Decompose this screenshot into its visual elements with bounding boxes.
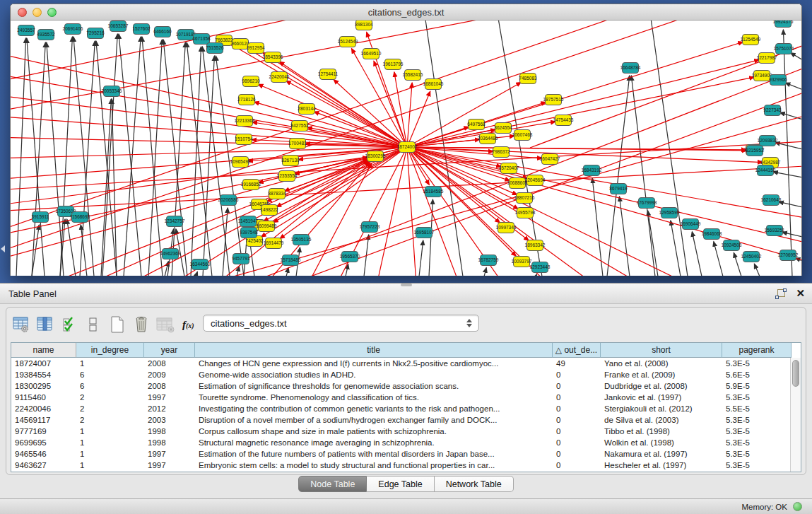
graph-edge[interactable]: [536, 274, 536, 276]
table-row[interactable]: 969969511998Structural magnetic resonanc…: [11, 437, 801, 448]
column-header-pagerank[interactable]: pagerank: [722, 343, 792, 358]
graph-edge[interactable]: [101, 99, 111, 276]
panel-collapse-arrow-icon[interactable]: [1, 245, 5, 252]
graph-edge[interactable]: [196, 271, 197, 276]
column-header-name[interactable]: name: [11, 343, 76, 358]
graph-node-label: 1510754: [235, 136, 253, 141]
graph-edge[interactable]: [780, 112, 801, 119]
table-row[interactable]: 2242004622012Investigating the contribut…: [11, 403, 801, 414]
graph-edge[interactable]: [407, 147, 801, 220]
table-cell-name: 9777169: [11, 426, 76, 437]
graph-edge[interactable]: [407, 60, 759, 147]
delete-table-button[interactable]: [154, 313, 177, 336]
citation-network-graph[interactable]: 1872400718300295766382296601249912954185…: [11, 21, 801, 276]
select-rows-button[interactable]: [58, 313, 81, 336]
table-mode-button[interactable]: [10, 313, 33, 336]
table-cell-pagerank: 5.3E-5: [722, 392, 792, 403]
select-rows-icon: [61, 316, 77, 333]
graph-edge[interactable]: [32, 42, 45, 276]
graph-edge[interactable]: [407, 147, 417, 276]
table-cell-pagerank: 5.3E-5: [722, 414, 792, 426]
graph-node-label: 16861045: [423, 81, 444, 86]
graph-edge[interactable]: [734, 252, 741, 276]
graph-edge[interactable]: [407, 77, 754, 147]
graph-edge[interactable]: [484, 268, 486, 276]
graph-node-label: 1700481: [288, 141, 307, 146]
show-columns-button[interactable]: [34, 313, 57, 336]
graph-edge[interactable]: [11, 137, 407, 147]
splitter-handle[interactable]: [401, 284, 412, 286]
desktop: { "window": { "title": "citations_edges.…: [0, 0, 812, 514]
graph-edge[interactable]: [67, 219, 76, 276]
network-canvas[interactable]: 1872400718300295766382296601249912954185…: [11, 21, 801, 276]
graph-node-label: 16648784: [620, 65, 641, 70]
graph-edge[interactable]: [419, 240, 423, 276]
graph-node-label: 16099489: [257, 223, 277, 228]
table-selector-dropdown[interactable]: citations_edges.txt: [203, 315, 479, 332]
graph-node-label: 10965493: [230, 159, 251, 164]
graph-node-label: 10093797: [512, 259, 532, 264]
graph-node-label: 15124549: [338, 39, 358, 44]
graph-node-label: 22045694: [525, 177, 546, 182]
graph-edge[interactable]: [80, 41, 95, 276]
graph-edge[interactable]: [47, 42, 64, 276]
table-row[interactable]: 911546021997Tourette syndrome. Phenomeno…: [11, 392, 801, 403]
graph-edge[interactable]: [773, 172, 801, 177]
new-table-button[interactable]: [106, 313, 129, 336]
tab-network-table[interactable]: Network Table: [435, 476, 514, 492]
graph-node-label: 19166852: [241, 182, 261, 187]
attribute-table: namein_degreeyeartitle△ out_de...shortpa…: [11, 342, 801, 472]
table-row[interactable]: 977716911998Corpus callosum shape and si…: [11, 426, 801, 437]
table-cell-year: 1997: [144, 448, 195, 460]
graph-edge[interactable]: [754, 264, 760, 276]
graph-node-label: 9397548: [240, 230, 258, 235]
table-cell-out_degree: 0: [553, 392, 601, 403]
graph-node-label: 12342757: [165, 218, 185, 223]
graph-edge[interactable]: [223, 208, 228, 276]
table-row[interactable]: 946362711997Embryonic stem cells: a mode…: [11, 460, 801, 471]
column-header-title[interactable]: title: [195, 343, 553, 358]
graph-node-label: 6497568: [467, 122, 486, 127]
table-cell-name: 9699695: [11, 437, 76, 448]
tab-edge-table[interactable]: Edge Table: [367, 476, 434, 492]
delete-column-button[interactable]: [130, 313, 153, 336]
graph-node-label: 14342987: [760, 160, 781, 165]
table-row[interactable]: 946554611997Estimation of the future num…: [11, 448, 801, 460]
graph-edge[interactable]: [775, 143, 801, 149]
table-cell-title: Structural magnetic resonance image aver…: [195, 437, 553, 448]
graph-edge[interactable]: [648, 211, 658, 276]
graph-edge[interactable]: [692, 232, 702, 276]
graph-edge[interactable]: [142, 37, 163, 276]
graph-edge[interactable]: [254, 102, 407, 147]
table-row[interactable]: 1938455462009Genome-wide association stu…: [11, 369, 801, 380]
graph-edge[interactable]: [671, 221, 681, 276]
graph-node-label: 9896210: [242, 78, 260, 83]
float-panel-button[interactable]: [775, 288, 787, 300]
table-scrollbar[interactable]: [790, 358, 801, 472]
column-header-out_degree[interactable]: △ out_de...: [553, 343, 601, 358]
table-scrollbar-thumb[interactable]: [792, 360, 799, 387]
graph-edge[interactable]: [790, 53, 801, 60]
graph-edge[interactable]: [11, 21, 647, 233]
graph-edge[interactable]: [785, 83, 801, 90]
table-cell-in_degree: 2: [76, 403, 144, 414]
graph-node-label: 12958599: [659, 210, 680, 215]
graph-node-label: 9912954: [247, 45, 265, 50]
memory-ok-indicator: [793, 502, 802, 511]
graph-node-label: 16210643: [761, 197, 782, 202]
column-header-in_degree[interactable]: in_degree: [76, 343, 144, 358]
table-row[interactable]: 1830029562008Estimation of significance …: [11, 380, 801, 392]
graph-edge[interactable]: [782, 232, 801, 237]
column-header-short[interactable]: short: [601, 343, 722, 358]
row-height-button[interactable]: [82, 313, 105, 336]
table-row[interactable]: 1456911722003Disruption of a novel membe…: [11, 414, 801, 426]
graph-edge[interactable]: [407, 147, 501, 167]
column-header-year[interactable]: year: [144, 343, 195, 358]
table-cell-short: de Silva et al. (2003): [601, 414, 722, 426]
tab-node-table[interactable]: Node Table: [298, 476, 367, 492]
graph-edge[interactable]: [16, 38, 26, 276]
function-builder-button[interactable]: f(x): [182, 319, 194, 331]
table-row[interactable]: 1872400712008Changes of HCN gene express…: [11, 358, 801, 369]
graph-node-label: 9227343: [763, 107, 782, 112]
close-panel-button[interactable]: ✕: [796, 287, 805, 300]
